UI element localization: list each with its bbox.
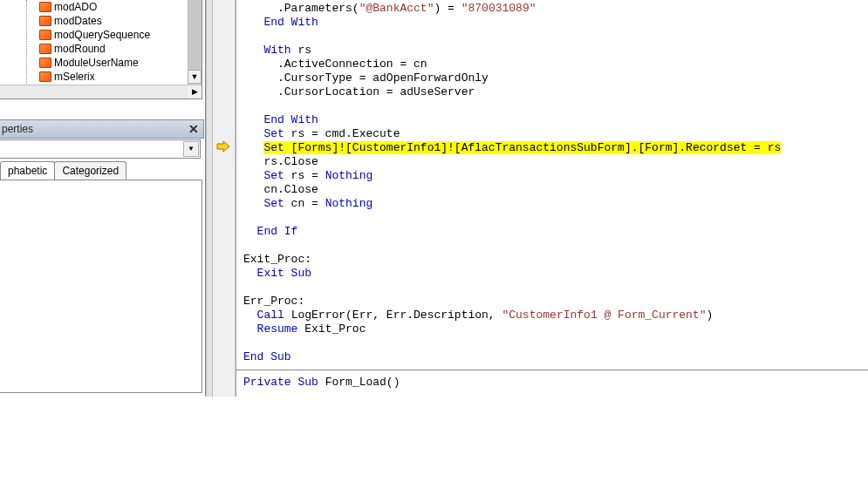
properties-tabs: phabetic Categorized	[0, 161, 202, 180]
tab-alphabetic[interactable]: phabetic	[0, 161, 55, 180]
module-icon	[38, 29, 52, 41]
module-icon	[38, 43, 52, 55]
code-line[interactable]: With rs	[243, 44, 861, 58]
code-line[interactable]: Exit_Proc:	[243, 253, 861, 267]
tree-item[interactable]: modRound	[0, 42, 202, 56]
project-tree[interactable]: modADOmodDatesmodQuerySequencemodRoundMo…	[0, 0, 202, 99]
tree-item-label: mSelerix	[54, 71, 95, 83]
tree-item[interactable]: ModuleUserName	[0, 56, 202, 70]
code-line[interactable]: Set rs = Nothing	[243, 169, 861, 183]
tree-connector	[26, 0, 27, 85]
tree-item[interactable]: modQuerySequence	[0, 28, 202, 42]
blank-area	[0, 397, 868, 502]
tree-item[interactable]: modDates	[0, 14, 202, 28]
properties-grid[interactable]	[0, 180, 202, 393]
properties-object-combo[interactable]: ▼	[0, 139, 201, 159]
code-line[interactable]	[243, 30, 861, 44]
code-line[interactable]: End Sub	[243, 350, 861, 364]
tree-vscroll-down-button[interactable]: ▼	[188, 70, 202, 84]
properties-header: perties ✕	[0, 119, 204, 139]
code-line[interactable]: Set [Forms]![CustomerInfo1]![AflacTransa…	[243, 141, 861, 155]
code-line[interactable]	[243, 99, 861, 113]
tree-hscroll-right-button[interactable]: ▶	[188, 85, 202, 98]
code-line[interactable]: cn.Close	[243, 183, 861, 197]
properties-title: perties	[2, 123, 33, 135]
tree-item-label: modADO	[54, 1, 97, 13]
code-line[interactable]: .Parameters("@BankAcct") = "870031089"	[243, 2, 861, 16]
code-line[interactable]: rs.Close	[243, 155, 861, 169]
procedure-separator	[236, 370, 868, 370]
code-line[interactable]: .CursorType = adOpenForwardOnly	[243, 71, 861, 85]
code-line[interactable]: Call LogError(Err, Err.Description, "Cus…	[243, 309, 861, 322]
tree-item[interactable]: modADO	[0, 0, 202, 14]
close-icon[interactable]: ✕	[187, 122, 201, 136]
svg-marker-0	[217, 141, 229, 152]
tab-categorized[interactable]: Categorized	[54, 161, 126, 180]
tree-item[interactable]: mSelerix	[0, 70, 202, 84]
code-line[interactable]: Private Sub Form_Load()	[243, 376, 861, 390]
code-line[interactable]: Set rs = cmd.Execute	[243, 127, 861, 141]
code-line[interactable]: End With	[243, 113, 861, 127]
code-line[interactable]: .CursorLocation = adUseServer	[243, 85, 861, 99]
splitter-handle[interactable]	[206, 0, 213, 397]
code-line[interactable]: Err_Proc:	[243, 295, 861, 309]
code-line[interactable]	[243, 336, 861, 350]
module-icon	[38, 1, 52, 13]
project-explorer-panel: modADOmodDatesmodQuerySequencemodRoundMo…	[0, 0, 206, 397]
code-editor[interactable]: .Parameters("@BankAcct") = "870031089" E…	[236, 0, 868, 397]
code-line[interactable]: .ActiveConnection = cn	[243, 58, 861, 71]
tree-item-label: ModuleUserName	[54, 57, 139, 69]
code-line[interactable]	[243, 281, 861, 295]
code-line[interactable]: End With	[243, 16, 861, 30]
code-line[interactable]: Exit Sub	[243, 267, 861, 281]
highlighted-line: Set [Forms]![CustomerInfo1]![AflacTransa…	[263, 141, 781, 154]
tree-item-label: modRound	[54, 43, 106, 55]
code-line[interactable]	[243, 211, 861, 225]
chevron-down-icon[interactable]: ▼	[183, 141, 199, 157]
code-line[interactable]	[243, 239, 861, 253]
tree-item-label: modQuerySequence	[54, 29, 150, 41]
module-icon	[38, 71, 52, 83]
code-line[interactable]: Resume Exit_Proc	[243, 322, 861, 336]
code-line[interactable]: End If	[243, 225, 861, 239]
tree-item-label: modDates	[54, 15, 102, 27]
tree-vscroll-thumb[interactable]	[188, 0, 202, 76]
code-line[interactable]: Set cn = Nothing	[243, 197, 861, 211]
tree-hscrollbar[interactable]: ▶	[0, 85, 202, 98]
module-icon	[38, 15, 52, 27]
module-icon	[38, 57, 52, 69]
code-gutter	[213, 0, 236, 397]
execution-pointer-icon	[216, 140, 230, 153]
